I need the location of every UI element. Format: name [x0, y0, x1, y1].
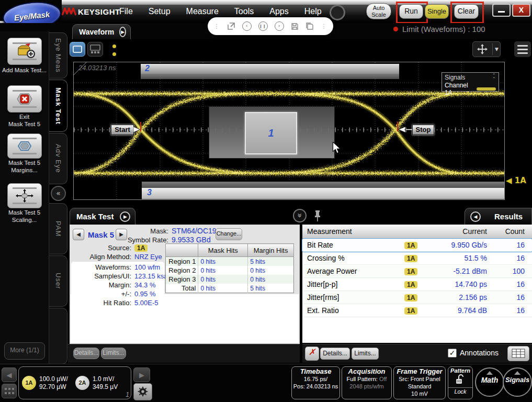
forward-icon[interactable]: ›	[275, 21, 284, 31]
legend-collapse-icon[interactable]: ⌃⌃	[492, 74, 496, 81]
result-row-ext-ratio[interactable]: Ext. Ratio1A 9.764 dB16	[302, 304, 532, 317]
add-mask-test-button[interactable]	[7, 38, 42, 65]
frame-trigger-panel[interactable]: Frame Trigger Src: Front Panel Standard …	[393, 366, 446, 399]
single-button[interactable]: Single	[425, 4, 449, 19]
exit-mask-test-button[interactable]	[7, 85, 42, 113]
menu-setup[interactable]: Setup	[149, 7, 171, 16]
mask-details-button[interactable]: Details...	[73, 348, 99, 359]
result-row-jitter-rms[interactable]: Jitter[rms]1A 2.156 ps16	[302, 291, 532, 304]
waveform-tab[interactable]: Waveform ▶	[72, 24, 131, 39]
result-row-crossing[interactable]: Crossing %1A 51.5 %16	[302, 252, 532, 265]
grip-dot-icon[interactable]	[112, 52, 116, 56]
capture-toolbar[interactable]: ⋮ ‹ ❙❙ › ⋮	[208, 17, 333, 35]
next-page-button[interactable]: ▶	[133, 367, 150, 382]
run-button[interactable]: Run	[399, 4, 423, 19]
waveform-tab-play-icon[interactable]: ▶	[119, 27, 126, 37]
clear-button[interactable]: Clear	[454, 4, 479, 19]
close-button[interactable]: X	[512, 4, 530, 17]
mask-test-tab-label: Mask Test	[76, 212, 114, 221]
channel-1a-badge[interactable]: 1A	[22, 376, 36, 390]
param-source: Source: 1A	[71, 244, 170, 252]
camera-icon[interactable]	[330, 5, 345, 20]
results-limits-button[interactable]: Limits...	[352, 348, 379, 360]
mask-test-tab-play-icon[interactable]: ▶	[120, 211, 130, 222]
display-menu-button[interactable]	[514, 41, 531, 57]
channel-settings-button[interactable]	[133, 383, 152, 400]
change-mask-button[interactable]: Change...	[216, 228, 242, 240]
delete-x-icon: ✗	[309, 347, 315, 357]
auto-scale-button[interactable]: Auto Scale	[366, 3, 391, 19]
more-options-icon[interactable]: ⋮	[321, 23, 327, 30]
timebase-panel[interactable]: Timebase 16.75 ps/ Pos: 24.03213 ns	[291, 366, 340, 399]
mask-region-1[interactable]: 1	[245, 112, 297, 154]
channel-status-panel[interactable]: 1A 100.0 µW/92.70 µW 2A 1.0 mV/349.5 µV …	[18, 366, 131, 399]
channel-1a-level-marker[interactable]: ◀ 1A	[506, 176, 526, 185]
grip-dot-icon[interactable]	[112, 44, 116, 48]
menu-measure[interactable]: Measure	[186, 7, 219, 16]
signals-button[interactable]: Signals	[503, 367, 532, 397]
symbol-rate-value[interactable]: 9.9533 GBd	[172, 236, 211, 244]
result-row-jitter-pp[interactable]: Jitter[p-p]1A 14.740 ps16	[302, 278, 532, 291]
menu-tools[interactable]: Tools	[234, 7, 254, 16]
prev-page-button[interactable]: ◀	[2, 367, 17, 382]
result-row-average-power[interactable]: Average Power1A -5.21 dBm100	[302, 265, 532, 278]
pause-icon[interactable]: ❙❙	[258, 21, 268, 31]
results-tab-expand-icon[interactable]: ◀	[470, 211, 481, 222]
stop-marker[interactable]: Stop	[412, 125, 434, 135]
measurement-table-button[interactable]	[507, 346, 529, 361]
chevron-down-icon[interactable]: ▼	[495, 47, 499, 52]
delete-measurement-button[interactable]: ✗	[305, 347, 319, 361]
result-row-bit-rate[interactable]: Bit Rate1A 9.950 Gb/s16	[302, 239, 532, 252]
page-grid-button[interactable]	[2, 384, 17, 398]
hits-row-region1: Region 10 hits5 hits	[166, 257, 294, 266]
eye-diagram-graticule[interactable]: 2 3 1 24.03213 ns Start Stop Signals ⌃⌃ …	[73, 62, 505, 200]
prev-mask-button[interactable]: ◀	[73, 229, 84, 240]
mask-value[interactable]: STM64/OC192	[172, 227, 220, 235]
col-measurement[interactable]: Measurement	[302, 227, 404, 236]
app-mode-label: Eye/Mask	[14, 9, 50, 22]
col-count[interactable]: Count	[487, 227, 525, 236]
grid-icon	[5, 388, 14, 395]
split-display-icon	[90, 44, 100, 54]
mask-test-panel-tab[interactable]: Mask Test ▶	[70, 208, 135, 225]
mask-region-2[interactable]: 2	[141, 64, 399, 74]
menu-help[interactable]: Help	[304, 7, 322, 16]
tab-mask-test[interactable]: Mask Test	[49, 80, 67, 132]
mask-region-3[interactable]: 3	[142, 188, 504, 199]
pattern-lock-panel[interactable]: Pattern Lock	[448, 366, 473, 399]
minimize-button[interactable]	[492, 4, 511, 17]
mask-margins-button[interactable]	[7, 133, 42, 159]
split-display-layout-button[interactable]	[87, 42, 103, 57]
save-icon[interactable]	[291, 23, 299, 30]
results-panel-tab[interactable]: ◀ Results	[465, 208, 532, 225]
mask-region-1-label: 1	[268, 127, 274, 139]
back-icon[interactable]: ‹	[242, 21, 252, 31]
source-badge[interactable]: 1A	[134, 244, 148, 252]
save-all-icon[interactable]	[305, 22, 314, 30]
single-display-layout-button[interactable]	[70, 42, 85, 57]
menu-file[interactable]: File	[119, 7, 133, 16]
tab-pam[interactable]: PAM	[49, 203, 67, 254]
pin-icon[interactable]	[314, 209, 321, 222]
panel-collapse-button[interactable]: »	[293, 209, 307, 222]
tab-user[interactable]: User	[49, 255, 67, 307]
tab-adv-eye[interactable]: Adv Eye	[49, 133, 67, 184]
start-marker[interactable]: Start	[111, 125, 134, 135]
menu-apps[interactable]: Apps	[269, 7, 288, 16]
drag-handle-icon[interactable]: ⋮	[214, 23, 220, 30]
annotations-checkbox[interactable]: ✓	[448, 349, 457, 358]
results-details-button[interactable]: Details...	[320, 348, 350, 360]
edit-icon[interactable]	[227, 22, 235, 30]
tab-eye-meas[interactable]: Eye Meas	[49, 32, 67, 79]
channel-2a-badge[interactable]: 2A	[75, 376, 89, 390]
mask-scaling-button[interactable]	[7, 183, 42, 208]
col-current[interactable]: Current	[420, 227, 487, 236]
acquisition-panel[interactable]: Acquisition Full Pattern: Off 2048 pts/w…	[342, 366, 392, 399]
mask-region-3-label: 3	[147, 188, 152, 197]
mask-limits-button[interactable]: Limits...	[101, 348, 126, 359]
signals-legend[interactable]: Signals ⌃⌃ Channel 1A	[442, 72, 499, 92]
sidebar-collapse-button[interactable]: «	[51, 186, 66, 201]
move-display-button[interactable]: ▼	[472, 41, 501, 57]
math-button[interactable]: Math	[475, 367, 504, 397]
more-button[interactable]: More (1/1)	[4, 342, 45, 360]
